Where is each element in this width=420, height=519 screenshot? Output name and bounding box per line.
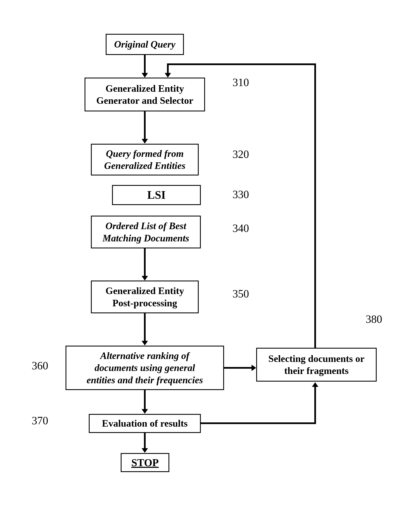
box-evaluation: Evaluation of results	[89, 414, 201, 433]
text-ordered-list: Ordered List of Best Matching Documents	[103, 220, 189, 244]
arrow-ar-to-eval	[144, 390, 146, 409]
text-ol-line1: Ordered List of Best	[105, 220, 186, 231]
text-gen-line1: Generalized Entity	[105, 83, 184, 94]
label-340: 340	[232, 222, 249, 234]
arrowhead-ar-to-eval	[142, 409, 148, 414]
text-gen-line2: Generator and Selector	[96, 95, 193, 106]
box-post-processing: Generalized Entity Post-processing	[91, 280, 199, 313]
text-stop: STOP	[131, 456, 159, 469]
label-360: 360	[32, 359, 48, 372]
arrow-ar-to-sel	[224, 367, 252, 369]
text-ol-line2: Matching Documents	[103, 233, 189, 244]
text-ar-line1: Alternative ranking of	[100, 350, 189, 361]
arrowhead-pp-to-ar	[142, 341, 148, 346]
box-lsi: LSI	[112, 185, 201, 205]
arrow-pp-to-ar	[144, 313, 146, 341]
label-310: 310	[232, 76, 249, 89]
text-alt-ranking: Alternative ranking of documents using g…	[87, 350, 203, 386]
text-ar-line2: documents using general	[95, 362, 195, 373]
arrowhead-ar-to-sel	[252, 365, 256, 371]
arrowhead-ol-to-pp	[142, 276, 148, 280]
text-qf-line1: Query formed from	[106, 148, 184, 159]
text-generator-selector: Generalized Entity Generator and Selecto…	[96, 83, 193, 107]
arrow-feedback-v2	[167, 63, 169, 73]
box-selecting: Selecting documents or their fragments	[256, 348, 377, 382]
text-pp-line1: Generalized Entity	[105, 286, 184, 296]
label-330: 330	[232, 188, 249, 201]
arrow-eval-to-stop	[144, 433, 146, 448]
text-sel-line2: their fragments	[284, 365, 349, 376]
label-320: 320	[232, 148, 249, 160]
text-selecting: Selecting documents or their fragments	[269, 353, 365, 377]
box-generator-selector: Generalized Entity Generator and Selecto…	[84, 78, 205, 111]
label-370: 370	[32, 414, 48, 427]
text-pp-line2: Post-processing	[112, 298, 177, 308]
box-alt-ranking: Alternative ranking of documents using g…	[66, 346, 224, 390]
box-stop: STOP	[121, 453, 169, 472]
text-lsi: LSI	[147, 188, 165, 202]
arrow-eval-to-sel-h	[201, 422, 316, 424]
text-qf-line2: Generalized Entities	[104, 160, 186, 171]
text-sel-line1: Selecting documents or	[269, 353, 365, 364]
text-evaluation: Evaluation of results	[102, 417, 188, 429]
box-ordered-list: Ordered List of Best Matching Documents	[91, 216, 201, 248]
arrow-ol-to-pp	[144, 248, 146, 276]
arrowhead-eval-to-stop	[142, 448, 148, 453]
text-original-query: Original Query	[114, 38, 175, 51]
arrow-gen-to-query	[144, 111, 146, 139]
box-query-formed: Query formed from Generalized Entities	[91, 144, 199, 175]
text-post-processing: Generalized Entity Post-processing	[105, 285, 184, 309]
arrow-oq-to-gen	[144, 55, 146, 73]
arrow-eval-to-sel-v	[314, 387, 316, 424]
arrowhead-gen-to-query	[142, 139, 148, 143]
arrowhead-eval-to-sel	[312, 382, 318, 387]
text-query-formed: Query formed from Generalized Entities	[104, 148, 186, 172]
arrow-feedback-v	[314, 63, 316, 348]
text-ar-line3: entities and their frequencies	[87, 375, 203, 385]
arrowhead-feedback	[165, 73, 171, 78]
label-380: 380	[366, 313, 382, 325]
arrow-feedback-h	[167, 63, 316, 65]
label-350: 350	[232, 287, 249, 300]
arrowhead-oq-to-gen	[142, 73, 148, 78]
box-original-query: Original Query	[106, 34, 184, 55]
